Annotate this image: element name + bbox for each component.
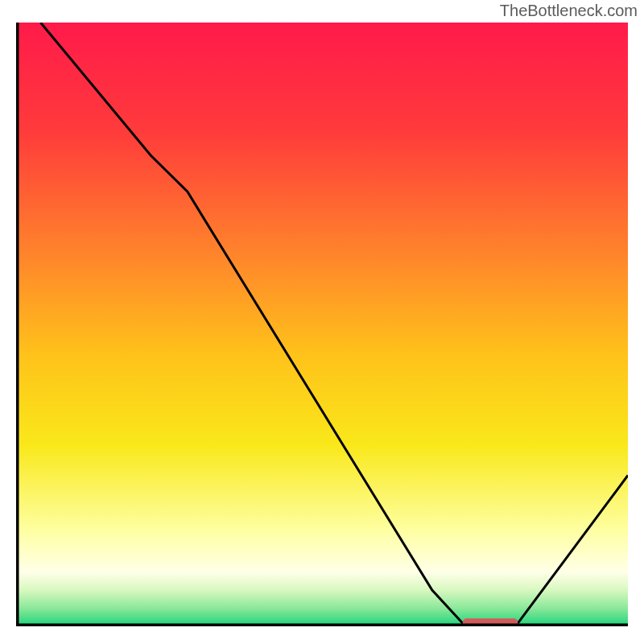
chart-container: TheBottleneck.com — [0, 0, 644, 644]
watermark-text: TheBottleneck.com — [500, 2, 638, 20]
chart-svg — [16, 23, 628, 626]
gradient-background — [16, 23, 628, 626]
chart-plot-area — [16, 23, 628, 626]
